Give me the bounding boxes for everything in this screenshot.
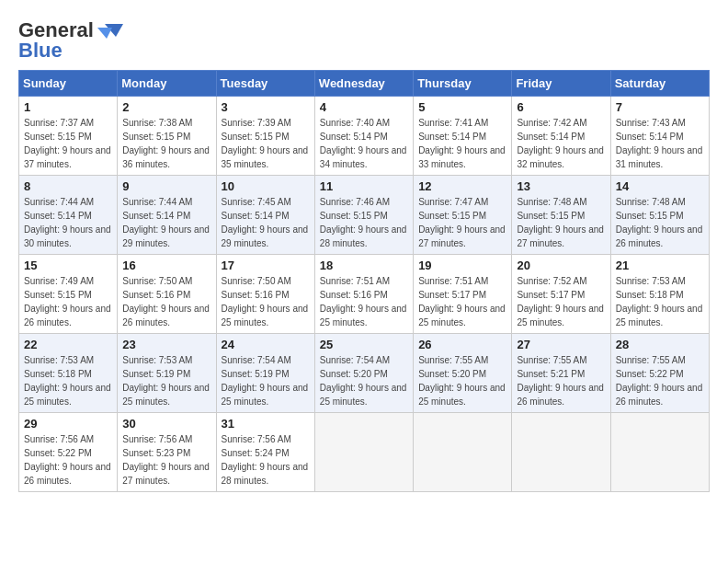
calendar-cell: 6Sunrise: 7:42 AMSunset: 5:14 PMDaylight… [512, 97, 610, 176]
calendar-week-3: 15Sunrise: 7:49 AMSunset: 5:15 PMDayligh… [19, 255, 710, 334]
day-detail: Sunrise: 7:46 AMSunset: 5:15 PMDaylight:… [320, 195, 408, 250]
day-number: 17 [222, 259, 310, 272]
day-number: 12 [418, 179, 506, 193]
calendar-cell: 25Sunrise: 7:54 AMSunset: 5:20 PMDayligh… [314, 334, 413, 413]
day-detail: Sunrise: 7:44 AMSunset: 5:14 PMDaylight:… [24, 195, 112, 250]
day-number: 23 [122, 338, 210, 351]
day-number: 15 [24, 259, 112, 272]
calendar-cell: 2Sunrise: 7:38 AMSunset: 5:15 PMDaylight… [118, 97, 216, 176]
calendar-cell: 23Sunrise: 7:53 AMSunset: 5:19 PMDayligh… [118, 334, 216, 413]
calendar-cell: 17Sunrise: 7:50 AMSunset: 5:16 PMDayligh… [216, 255, 314, 334]
calendar-cell: 11Sunrise: 7:46 AMSunset: 5:15 PMDayligh… [314, 176, 413, 255]
day-detail: Sunrise: 7:41 AMSunset: 5:14 PMDaylight:… [418, 116, 506, 171]
day-detail: Sunrise: 7:45 AMSunset: 5:14 PMDaylight:… [222, 195, 310, 250]
calendar-week-2: 8Sunrise: 7:44 AMSunset: 5:14 PMDaylight… [19, 176, 710, 255]
svg-marker-1 [97, 28, 112, 39]
weekday-header-tuesday: Tuesday [216, 71, 314, 97]
day-number: 18 [320, 259, 408, 272]
day-number: 26 [418, 338, 506, 351]
calendar-cell: 21Sunrise: 7:53 AMSunset: 5:18 PMDayligh… [610, 255, 709, 334]
day-number: 5 [418, 100, 506, 114]
day-number: 3 [222, 100, 310, 114]
day-detail: Sunrise: 7:54 AMSunset: 5:20 PMDaylight:… [320, 353, 408, 408]
calendar-body: 1Sunrise: 7:37 AMSunset: 5:15 PMDaylight… [19, 97, 710, 492]
header: General Blue [18, 18, 710, 63]
calendar-week-1: 1Sunrise: 7:37 AMSunset: 5:15 PMDaylight… [19, 97, 710, 176]
day-detail: Sunrise: 7:52 AMSunset: 5:17 PMDaylight:… [517, 274, 605, 329]
day-number: 9 [122, 179, 210, 193]
day-detail: Sunrise: 7:43 AMSunset: 5:14 PMDaylight:… [616, 116, 704, 171]
day-detail: Sunrise: 7:38 AMSunset: 5:15 PMDaylight:… [122, 116, 210, 171]
day-number: 6 [517, 100, 605, 114]
day-detail: Sunrise: 7:39 AMSunset: 5:15 PMDaylight:… [222, 116, 310, 171]
day-number: 10 [222, 179, 310, 193]
day-detail: Sunrise: 7:51 AMSunset: 5:16 PMDaylight:… [320, 274, 408, 329]
weekday-header-row: SundayMondayTuesdayWednesdayThursdayFrid… [19, 71, 710, 97]
calendar-cell: 14Sunrise: 7:48 AMSunset: 5:15 PMDayligh… [610, 176, 709, 255]
weekday-header-monday: Monday [118, 71, 216, 97]
weekday-header-wednesday: Wednesday [314, 71, 413, 97]
calendar-cell: 29Sunrise: 7:56 AMSunset: 5:22 PMDayligh… [19, 413, 118, 492]
calendar-table: SundayMondayTuesdayWednesdayThursdayFrid… [18, 70, 710, 492]
calendar-cell: 19Sunrise: 7:51 AMSunset: 5:17 PMDayligh… [414, 255, 512, 334]
calendar-cell: 26Sunrise: 7:55 AMSunset: 5:20 PMDayligh… [414, 334, 512, 413]
day-number: 1 [24, 100, 112, 114]
calendar-cell: 27Sunrise: 7:55 AMSunset: 5:21 PMDayligh… [512, 334, 610, 413]
calendar-cell [512, 413, 610, 492]
day-number: 8 [24, 179, 112, 193]
calendar-cell: 8Sunrise: 7:44 AMSunset: 5:14 PMDaylight… [19, 176, 118, 255]
calendar-cell: 15Sunrise: 7:49 AMSunset: 5:15 PMDayligh… [19, 255, 118, 334]
calendar-cell: 10Sunrise: 7:45 AMSunset: 5:14 PMDayligh… [216, 176, 314, 255]
logo: General Blue [18, 18, 125, 63]
day-detail: Sunrise: 7:56 AMSunset: 5:24 PMDaylight:… [222, 432, 310, 488]
calendar-cell [610, 413, 709, 492]
day-number: 22 [24, 338, 112, 351]
day-detail: Sunrise: 7:55 AMSunset: 5:22 PMDaylight:… [616, 353, 704, 408]
calendar-cell: 4Sunrise: 7:40 AMSunset: 5:14 PMDaylight… [314, 97, 413, 176]
day-detail: Sunrise: 7:54 AMSunset: 5:19 PMDaylight:… [222, 353, 310, 408]
day-detail: Sunrise: 7:55 AMSunset: 5:21 PMDaylight:… [517, 353, 605, 408]
day-number: 21 [616, 259, 704, 272]
day-number: 14 [616, 179, 704, 193]
day-detail: Sunrise: 7:53 AMSunset: 5:18 PMDaylight:… [24, 353, 112, 408]
calendar-cell: 22Sunrise: 7:53 AMSunset: 5:18 PMDayligh… [19, 334, 118, 413]
calendar-cell: 9Sunrise: 7:44 AMSunset: 5:14 PMDaylight… [118, 176, 216, 255]
calendar-cell: 28Sunrise: 7:55 AMSunset: 5:22 PMDayligh… [610, 334, 709, 413]
day-number: 24 [222, 338, 310, 351]
day-number: 16 [122, 259, 210, 272]
calendar-cell: 7Sunrise: 7:43 AMSunset: 5:14 PMDaylight… [610, 97, 709, 176]
day-detail: Sunrise: 7:50 AMSunset: 5:16 PMDaylight:… [222, 274, 310, 329]
day-number: 31 [222, 417, 310, 431]
calendar-cell: 3Sunrise: 7:39 AMSunset: 5:15 PMDaylight… [216, 97, 314, 176]
day-detail: Sunrise: 7:50 AMSunset: 5:16 PMDaylight:… [122, 274, 210, 329]
day-detail: Sunrise: 7:56 AMSunset: 5:23 PMDaylight:… [122, 432, 210, 488]
logo-blue: Blue [18, 39, 63, 63]
day-detail: Sunrise: 7:55 AMSunset: 5:20 PMDaylight:… [418, 353, 506, 408]
day-detail: Sunrise: 7:44 AMSunset: 5:14 PMDaylight:… [122, 195, 210, 250]
day-detail: Sunrise: 7:37 AMSunset: 5:15 PMDaylight:… [24, 116, 112, 171]
day-number: 7 [616, 100, 704, 114]
day-number: 29 [24, 417, 112, 431]
day-detail: Sunrise: 7:49 AMSunset: 5:15 PMDaylight:… [24, 274, 112, 329]
calendar-cell: 20Sunrise: 7:52 AMSunset: 5:17 PMDayligh… [512, 255, 610, 334]
day-number: 11 [320, 179, 408, 193]
calendar-cell: 13Sunrise: 7:48 AMSunset: 5:15 PMDayligh… [512, 176, 610, 255]
calendar-cell: 5Sunrise: 7:41 AMSunset: 5:14 PMDaylight… [414, 97, 512, 176]
weekday-header-sunday: Sunday [19, 71, 118, 97]
calendar-cell: 18Sunrise: 7:51 AMSunset: 5:16 PMDayligh… [314, 255, 413, 334]
day-number: 30 [122, 417, 210, 431]
day-detail: Sunrise: 7:53 AMSunset: 5:18 PMDaylight:… [616, 274, 704, 329]
calendar-week-5: 29Sunrise: 7:56 AMSunset: 5:22 PMDayligh… [19, 413, 710, 492]
calendar-cell [414, 413, 512, 492]
day-detail: Sunrise: 7:48 AMSunset: 5:15 PMDaylight:… [517, 195, 605, 250]
day-number: 4 [320, 100, 408, 114]
day-detail: Sunrise: 7:53 AMSunset: 5:19 PMDaylight:… [122, 353, 210, 408]
day-detail: Sunrise: 7:51 AMSunset: 5:17 PMDaylight:… [418, 274, 506, 329]
day-number: 2 [122, 100, 210, 114]
calendar-week-4: 22Sunrise: 7:53 AMSunset: 5:18 PMDayligh… [19, 334, 710, 413]
day-detail: Sunrise: 7:40 AMSunset: 5:14 PMDaylight:… [320, 116, 408, 171]
day-detail: Sunrise: 7:42 AMSunset: 5:14 PMDaylight:… [517, 116, 605, 171]
calendar-cell: 24Sunrise: 7:54 AMSunset: 5:19 PMDayligh… [216, 334, 314, 413]
day-number: 13 [517, 179, 605, 193]
weekday-header-friday: Friday [512, 71, 610, 97]
